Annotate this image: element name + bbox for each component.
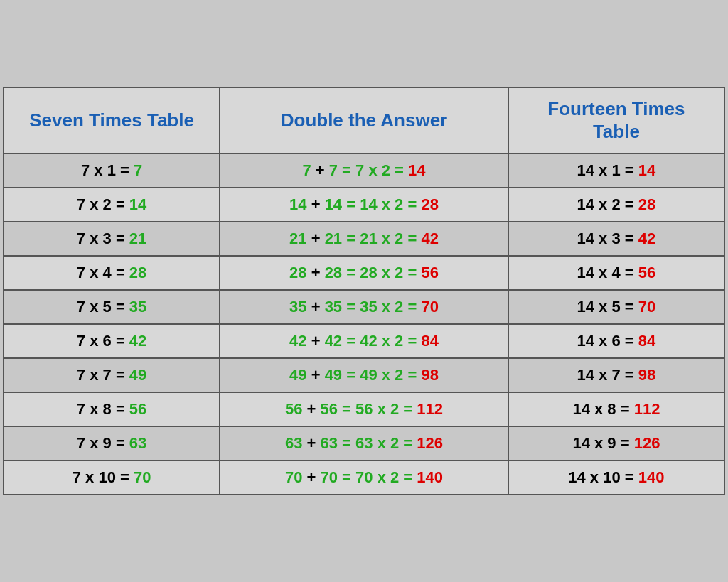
times-table: Seven Times Table Double the Answer Four… — [3, 87, 725, 495]
seven-times-cell: 7 x 4 = 28 — [4, 256, 220, 290]
double-cell: 21 + 21 = 21 x 2 = 42 — [220, 222, 508, 256]
double-cell: 70 + 70 = 70 x 2 = 140 — [220, 460, 508, 495]
table-row: 7 x 4 = 2828 + 28 = 28 x 2 = 5614 x 4 = … — [4, 256, 724, 290]
double-cell: 28 + 28 = 28 x 2 = 56 — [220, 256, 508, 290]
fourteen-times-cell: 14 x 6 = 84 — [508, 324, 724, 358]
seven-times-cell: 7 x 5 = 35 — [4, 290, 220, 324]
seven-times-cell: 7 x 9 = 63 — [4, 426, 220, 460]
double-cell: 63 + 63 = 63 x 2 = 126 — [220, 426, 508, 460]
fourteen-times-cell: 14 x 8 = 112 — [508, 392, 724, 426]
header-double: Double the Answer — [220, 87, 508, 153]
fourteen-times-cell: 14 x 1 = 14 — [508, 153, 724, 188]
double-cell: 49 + 49 = 49 x 2 = 98 — [220, 358, 508, 392]
table-row: 7 x 9 = 6363 + 63 = 63 x 2 = 12614 x 9 =… — [4, 426, 724, 460]
seven-times-cell: 7 x 1 = 7 — [4, 153, 220, 188]
fourteen-times-cell: 14 x 3 = 42 — [508, 222, 724, 256]
double-cell: 14 + 14 = 14 x 2 = 28 — [220, 188, 508, 222]
seven-times-cell: 7 x 3 = 21 — [4, 222, 220, 256]
table-row: 7 x 5 = 3535 + 35 = 35 x 2 = 7014 x 5 = … — [4, 290, 724, 324]
fourteen-times-cell: 14 x 2 = 28 — [508, 188, 724, 222]
table-row: 7 x 6 = 4242 + 42 = 42 x 2 = 8414 x 6 = … — [4, 324, 724, 358]
fourteen-times-cell: 14 x 7 = 98 — [508, 358, 724, 392]
double-cell: 56 + 56 = 56 x 2 = 112 — [220, 392, 508, 426]
table-row: 7 x 10 = 7070 + 70 = 70 x 2 = 14014 x 10… — [4, 460, 724, 495]
seven-times-cell: 7 x 10 = 70 — [4, 460, 220, 495]
double-cell: 35 + 35 = 35 x 2 = 70 — [220, 290, 508, 324]
seven-times-cell: 7 x 6 = 42 — [4, 324, 220, 358]
header-fourteen: Fourteen TimesTable — [508, 87, 724, 153]
table-row: 7 x 3 = 2121 + 21 = 21 x 2 = 4214 x 3 = … — [4, 222, 724, 256]
table-row: 7 x 7 = 4949 + 49 = 49 x 2 = 9814 x 7 = … — [4, 358, 724, 392]
seven-times-cell: 7 x 2 = 14 — [4, 188, 220, 222]
fourteen-times-cell: 14 x 4 = 56 — [508, 256, 724, 290]
double-cell: 42 + 42 = 42 x 2 = 84 — [220, 324, 508, 358]
table-row: 7 x 8 = 5656 + 56 = 56 x 2 = 11214 x 8 =… — [4, 392, 724, 426]
table-row: 7 x 1 = 77 + 7 = 7 x 2 = 1414 x 1 = 14 — [4, 153, 724, 188]
fourteen-times-cell: 14 x 9 = 126 — [508, 426, 724, 460]
fourteen-times-cell: 14 x 10 = 140 — [508, 460, 724, 495]
seven-times-cell: 7 x 7 = 49 — [4, 358, 220, 392]
table-row: 7 x 2 = 1414 + 14 = 14 x 2 = 2814 x 2 = … — [4, 188, 724, 222]
header-seven: Seven Times Table — [4, 87, 220, 153]
fourteen-times-cell: 14 x 5 = 70 — [508, 290, 724, 324]
seven-times-cell: 7 x 8 = 56 — [4, 392, 220, 426]
double-cell: 7 + 7 = 7 x 2 = 14 — [220, 153, 508, 188]
